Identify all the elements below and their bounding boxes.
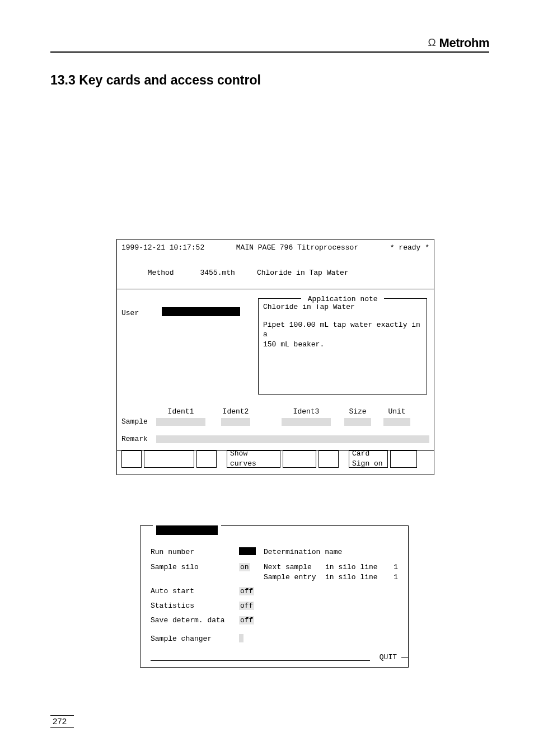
ident2-input[interactable] xyxy=(221,418,250,426)
statistics-label: Statistics xyxy=(151,601,239,611)
application-note-box: Application note Chloride in Tap Water P… xyxy=(258,298,427,395)
divider xyxy=(117,450,434,451)
run-number-value[interactable] xyxy=(239,547,256,555)
datetime: 1999-12-21 10:17:52 xyxy=(121,243,204,253)
sample-label: Sample xyxy=(121,417,153,427)
sample-entry-label: Sample entry xyxy=(264,572,325,583)
run-number-row: Run number Determination name xyxy=(151,547,398,558)
divider-tail xyxy=(401,657,408,658)
ident-headers: Ident1 Ident2 Ident3 Size Unit xyxy=(121,407,429,417)
softkey-8[interactable] xyxy=(390,450,417,468)
next-sample-value: 1 xyxy=(387,562,398,572)
status-ready: * ready * xyxy=(390,243,429,253)
method-file: 3455.mth xyxy=(200,269,235,277)
method-row: Method 3455.mth Chloride in Tap Water xyxy=(121,259,429,288)
panel-titlebar: 1999-12-21 10:17:52 MAIN PAGE 796 Titrop… xyxy=(121,243,429,253)
show-curves-button[interactable]: Show curves xyxy=(227,450,280,468)
metrohm-logo-icon: Ω xyxy=(428,36,435,49)
remark-input[interactable] xyxy=(156,435,429,443)
softkey-2[interactable] xyxy=(144,450,194,468)
quit-button[interactable]: QUIT xyxy=(376,652,397,663)
sample-silo-label: Sample silo xyxy=(151,562,239,572)
note-line3: 150 mL beaker. xyxy=(263,340,422,350)
ident3-input[interactable] xyxy=(282,418,331,426)
config-tab-redacted xyxy=(153,525,221,535)
page-title: MAIN PAGE 796 Titroprocessor xyxy=(236,243,358,253)
save-determ-value[interactable]: off xyxy=(239,616,254,624)
method-label: Method xyxy=(148,269,174,277)
auto-start-label: Auto start xyxy=(151,586,239,597)
brand: Ω Metrohm xyxy=(428,36,489,50)
auto-start-row: Auto start off xyxy=(151,586,398,597)
ident3-header: Ident3 xyxy=(282,407,331,417)
remark-label: Remark xyxy=(121,434,153,444)
user-label: User xyxy=(121,308,139,318)
ident1-input[interactable] xyxy=(156,418,205,426)
note-line2: Pipet 100.00 mL tap water exactly in a xyxy=(263,320,422,340)
save-determ-row: Save determ. data off xyxy=(151,616,398,626)
card-signon-button[interactable]: Card Sign on xyxy=(349,450,388,468)
divider xyxy=(151,660,370,661)
unit-input[interactable] xyxy=(383,418,410,426)
in-silo-line-label-1: in silo line xyxy=(325,562,387,572)
statistics-row: Statistics off xyxy=(151,601,398,611)
remark-row: Remark xyxy=(121,434,429,444)
config-panel: Run number Determination name Sample sil… xyxy=(140,525,409,668)
size-header: Size xyxy=(344,407,371,417)
softkey-6[interactable] xyxy=(318,450,339,468)
sample-changer-label: Sample changer xyxy=(151,634,239,644)
next-sample-label: Next sample xyxy=(264,562,325,572)
brand-name: Metrohm xyxy=(439,36,489,50)
auto-start-value[interactable]: off xyxy=(239,587,254,595)
section-heading: Key cards and access control xyxy=(79,73,261,87)
method-name: Chloride in Tap Water xyxy=(257,269,349,277)
unit-header: Unit xyxy=(383,407,410,417)
sample-changer-value[interactable] xyxy=(239,634,243,642)
application-note-title: Application note xyxy=(301,294,384,304)
softkey-row: Show curves Card Sign on xyxy=(121,450,429,468)
page-number: 272 xyxy=(50,716,69,726)
size-input[interactable] xyxy=(344,418,371,426)
section-title: 13.3 Key cards and access control xyxy=(50,73,489,88)
sample-row: Sample xyxy=(121,417,429,427)
run-number-label: Run number xyxy=(151,547,239,557)
sample-entry-value: 1 xyxy=(387,572,398,583)
ident2-header: Ident2 xyxy=(221,407,250,417)
softkey-3[interactable] xyxy=(196,450,217,468)
section-number: 13.3 xyxy=(50,73,76,87)
page-header: Ω Metrohm xyxy=(50,28,489,53)
sample-silo-row: Sample silo on Next sample in silo line … xyxy=(151,562,398,582)
softkey-5[interactable] xyxy=(283,450,316,468)
sample-changer-row: Sample changer xyxy=(151,634,398,646)
sample-silo-value[interactable]: on xyxy=(239,563,250,571)
page-footer: 272 xyxy=(50,715,74,728)
determination-name-label: Determination name xyxy=(264,547,398,557)
save-determ-label: Save determ. data xyxy=(151,616,239,626)
main-panel: 1999-12-21 10:17:52 MAIN PAGE 796 Titrop… xyxy=(116,239,434,475)
ident1-header: Ident1 xyxy=(156,407,205,417)
softkey-1[interactable] xyxy=(121,450,142,468)
user-value-redacted[interactable] xyxy=(162,307,240,316)
in-silo-line-label-2: in silo line xyxy=(325,572,387,583)
statistics-value[interactable]: off xyxy=(239,602,254,610)
quit-row: QUIT xyxy=(151,652,398,661)
